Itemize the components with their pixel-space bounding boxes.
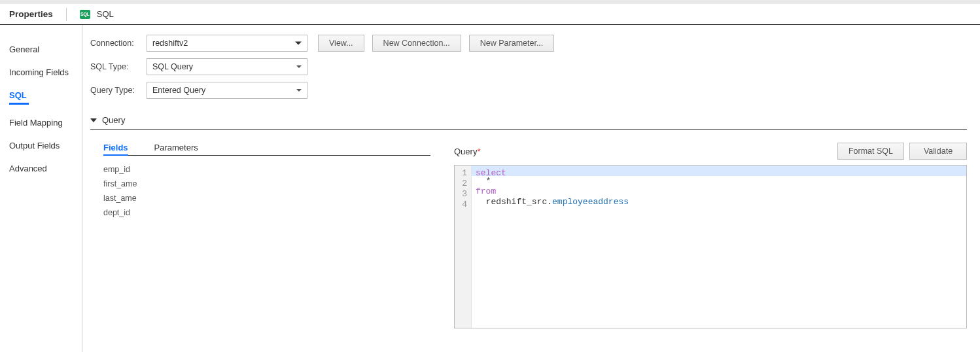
top-bar: Properties SQL SQL <box>0 0 980 25</box>
required-indicator: * <box>477 147 480 156</box>
code-token: redshift_src. <box>476 197 552 207</box>
code-token: employeeaddress <box>552 197 629 207</box>
tab-parameters[interactable]: Parameters <box>154 143 198 152</box>
side-tab-label: Advanced <box>9 164 47 173</box>
list-item[interactable]: last_ame <box>103 191 430 205</box>
new-parameter-button[interactable]: New Parameter... <box>469 35 555 52</box>
line-number: 4 <box>455 200 467 210</box>
line-number: 3 <box>455 189 467 200</box>
sql-type-select[interactable]: SQL Query <box>147 58 307 75</box>
query-type-select[interactable]: Entered Query <box>147 82 307 99</box>
side-tab-output-fields[interactable]: Output Fields <box>0 134 82 157</box>
connection-select[interactable]: redshiftv2 <box>147 35 307 52</box>
query-section-label: Query <box>102 115 125 125</box>
query-type-label: Query Type: <box>90 86 147 95</box>
chevron-down-icon <box>296 89 302 92</box>
line-number: 1 <box>455 168 467 179</box>
code-area[interactable]: select * from redshift_src.employeeaddre… <box>472 166 966 328</box>
side-tab-incoming-fields[interactable]: Incoming Fields <box>0 61 82 84</box>
query-type-value: Entered Query <box>152 86 205 95</box>
list-item[interactable]: first_ame <box>103 177 430 191</box>
list-item[interactable]: emp_id <box>103 162 430 177</box>
sql-icon: SQL <box>80 10 90 19</box>
list-item[interactable]: dept_id <box>103 205 430 220</box>
tab-fields[interactable]: Fields <box>103 143 128 152</box>
code-token: * <box>476 176 491 186</box>
side-tabs: General Incoming Fields SQL Field Mappin… <box>0 25 82 352</box>
query-panel: Query* Format SQL Validate 1 2 3 4 selec… <box>454 143 967 328</box>
chevron-down-icon <box>296 65 302 68</box>
connection-label: Connection: <box>90 39 147 48</box>
side-tab-label: Field Mapping <box>9 118 63 128</box>
sql-label: SQL <box>97 9 114 19</box>
validate-button[interactable]: Validate <box>909 143 967 160</box>
properties-title: Properties <box>9 9 53 19</box>
sql-type-label: SQL Type: <box>90 62 147 71</box>
field-list: emp_id first_ame last_ame dept_id <box>103 162 430 220</box>
chevron-down-icon <box>295 42 302 45</box>
side-tab-field-mapping[interactable]: Field Mapping <box>0 111 82 134</box>
view-button[interactable]: View... <box>318 35 364 52</box>
line-gutter: 1 2 3 4 <box>455 166 472 328</box>
chevron-down-icon <box>90 118 97 122</box>
format-sql-button[interactable]: Format SQL <box>837 143 904 160</box>
side-tab-label: SQL <box>9 90 27 100</box>
topbar-divider <box>66 8 67 21</box>
side-tab-general[interactable]: General <box>0 38 82 61</box>
side-tab-sql[interactable]: SQL <box>0 84 82 111</box>
code-token: from <box>476 186 496 196</box>
sql-type-value: SQL Query <box>152 62 193 71</box>
sql-editor[interactable]: 1 2 3 4 select * from redshift_src.emplo… <box>454 165 967 328</box>
side-tab-advanced[interactable]: Advanced <box>0 157 82 180</box>
fields-panel: Fields Parameters emp_id first_ame last_… <box>90 143 430 328</box>
query-title: Query <box>454 147 477 156</box>
content-panel: Connection: redshiftv2 View... New Conne… <box>82 25 980 352</box>
line-number: 2 <box>455 179 467 189</box>
connection-value: redshiftv2 <box>152 39 188 48</box>
new-connection-button[interactable]: New Connection... <box>372 35 461 52</box>
side-tab-label: Incoming Fields <box>9 67 69 77</box>
query-section-toggle[interactable]: Query <box>90 115 967 130</box>
side-tab-label: General <box>9 44 39 54</box>
side-tab-label: Output Fields <box>9 141 60 150</box>
